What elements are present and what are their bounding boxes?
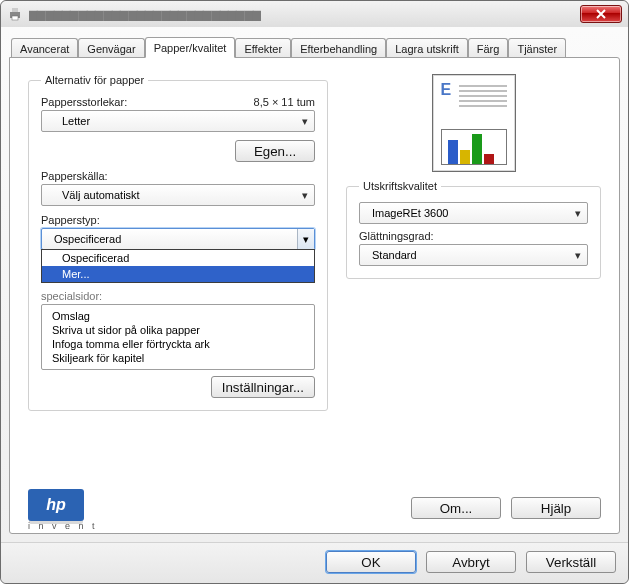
paper-type-select[interactable]: Ospecificerad ▾ [41,228,315,250]
paper-size-value: Letter [62,115,300,127]
paper-type-option-more[interactable]: Mer... [42,266,314,282]
page-preview-icon: E [432,74,516,172]
chevron-down-icon: ▾ [303,233,309,246]
chevron-down-icon: ▾ [300,189,310,202]
apply-button[interactable]: Verkställ [526,551,616,573]
paper-options-legend: Alternativ för papper [41,74,148,86]
paper-type-value: Ospecificerad [54,233,310,245]
titlebar: ▆▆▆▆▆▆▆▆▆▆▆▆▆▆▆▆▆▆▆▆▆▆▆▆▆▆▆▆ [1,1,628,27]
paper-type-label: Papperstyp: [41,214,315,226]
tab-services[interactable]: Tjänster [508,38,566,58]
paper-source-value: Välj automatiskt [62,189,300,201]
ok-button[interactable]: OK [326,551,416,573]
print-preferences-window: ▆▆▆▆▆▆▆▆▆▆▆▆▆▆▆▆▆▆▆▆▆▆▆▆▆▆▆▆ Avancerat G… [0,0,629,584]
tab-color[interactable]: Färg [468,38,509,58]
resolution-select[interactable]: ImageREt 3600 ▾ [359,202,588,224]
paper-source-label: Papperskälla: [41,170,315,182]
special-pages-settings-button[interactable]: Inställningar... [211,376,315,398]
window-close-button[interactable] [580,5,622,23]
hp-logo-icon: hp [28,489,84,521]
panel-buttons: Om... Hjälp [411,497,601,519]
list-item[interactable]: Skiljeark för kapitel [52,351,304,365]
about-button[interactable]: Om... [411,497,501,519]
tab-shortcuts[interactable]: Genvägar [78,38,144,58]
list-item[interactable]: Omslag [52,309,304,323]
dialog-button-row: OK Avbryt Verkställ [1,542,628,583]
gloss-label: Glättningsgrad: [359,230,588,242]
list-item[interactable]: Skriva ut sidor på olika papper [52,323,304,337]
hp-tagline: i n v e n t [28,521,98,531]
tab-panel-paper-quality: Alternativ för papper Pappersstorlekar: … [9,57,620,534]
svg-rect-1 [12,8,18,12]
chevron-down-icon: ▾ [300,115,310,128]
paper-source-select[interactable]: Välj automatiskt ▾ [41,184,315,206]
paper-size-select[interactable]: Letter ▾ [41,110,315,132]
svg-rect-2 [12,16,18,20]
tab-advanced[interactable]: Avancerat [11,38,78,58]
client-area: Avancerat Genvägar Papper/kvalitet Effek… [1,27,628,542]
brand-area: hp [28,489,84,521]
paper-sizes-label: Pappersstorlekar: 8,5 × 11 tum [41,96,315,108]
paper-options-group: Alternativ för papper Pappersstorlekar: … [28,74,328,411]
dropdown-button[interactable]: ▾ [297,229,314,249]
resolution-value: ImageREt 3600 [372,207,573,219]
tab-effects[interactable]: Effekter [235,38,291,58]
cancel-button[interactable]: Avbryt [426,551,516,573]
help-button[interactable]: Hjälp [511,497,601,519]
chevron-down-icon: ▾ [573,249,583,262]
gloss-select[interactable]: Standard ▾ [359,244,588,266]
tab-job-storage[interactable]: Lagra utskrift [386,38,468,58]
paper-type-dropdown: Ospecificerad Mer... [41,249,315,283]
paper-type-option-unspecified[interactable]: Ospecificerad [42,250,314,266]
paper-size-hint: 8,5 × 11 tum [254,96,315,108]
list-item[interactable]: Infoga tomma eller förtryckta ark [52,337,304,351]
tab-strip: Avancerat Genvägar Papper/kvalitet Effek… [9,35,620,58]
tab-finishing[interactable]: Efterbehandling [291,38,386,58]
window-title: ▆▆▆▆▆▆▆▆▆▆▆▆▆▆▆▆▆▆▆▆▆▆▆▆▆▆▆▆ [29,8,261,21]
printer-icon [7,6,23,22]
print-quality-group: Utskriftskvalitet ImageREt 3600 ▾ Glättn… [346,180,601,279]
chevron-down-icon: ▾ [573,207,583,220]
tab-paper-quality[interactable]: Papper/kvalitet [145,37,236,58]
special-pages-list[interactable]: Omslag Skriva ut sidor på olika papper I… [41,304,315,370]
custom-size-button[interactable]: Egen... [235,140,315,162]
special-pages-label: specialsidor: [41,290,315,302]
gloss-value: Standard [372,249,573,261]
print-quality-legend: Utskriftskvalitet [359,180,441,192]
